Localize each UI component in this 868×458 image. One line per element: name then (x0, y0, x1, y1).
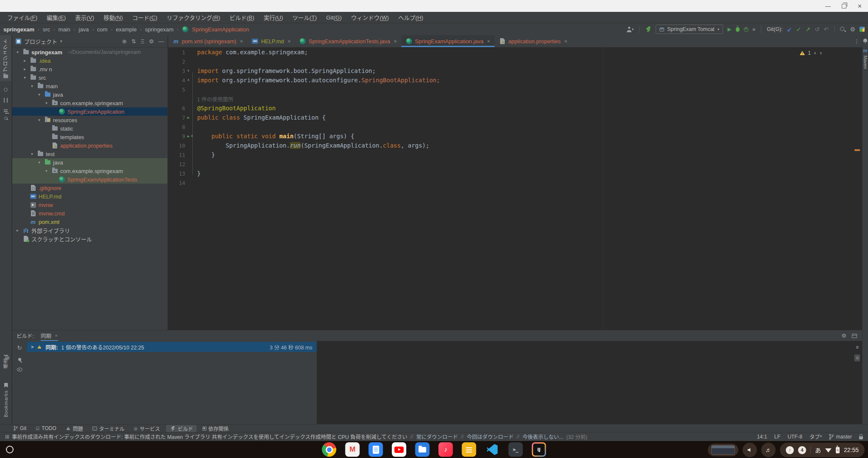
code-line-10[interactable]: 10 SpringApplication.run(SpringExamAppli… (168, 141, 862, 150)
notes-app-icon[interactable] (462, 442, 476, 457)
view-options-eye-icon[interactable] (17, 368, 22, 371)
tool-window-button-依存関係[interactable]: 依存関係 (199, 425, 232, 432)
read-only-lock-icon[interactable] (859, 436, 863, 439)
run-line-icon[interactable]: ▶ (187, 134, 189, 138)
user-profile-icon[interactable]: ▾ (626, 27, 634, 32)
code-line-4[interactable]: 4∧import org.springframework.boot.autoco… (168, 75, 862, 85)
maximize-window-icon[interactable] (842, 4, 846, 8)
more-tabs-icon[interactable]: ⋮ (854, 35, 862, 47)
tool-window-button-問題[interactable]: 問題 (62, 425, 86, 432)
chevron-down-icon[interactable]: ▾ (44, 101, 49, 105)
tool-window-button-ビルド[interactable]: ビルド (166, 425, 197, 432)
tree-item-springexam[interactable]: ▾springexam~/Documents/Java/springexam (12, 48, 167, 56)
tree-item-java[interactable]: ▾java (12, 90, 167, 99)
menu-navigate[interactable]: 移動(N) (99, 12, 128, 23)
layout-settings-icon[interactable] (852, 334, 857, 338)
google-docs-app-icon[interactable] (369, 442, 383, 457)
tree-item-mv-n[interactable]: ▸.mv n (12, 65, 167, 73)
code-line-11[interactable]: 11 } (168, 150, 862, 159)
menu-file[interactable]: ファイル(F) (3, 12, 42, 23)
commit-icon[interactable] (4, 88, 8, 92)
panel-settings-gear-icon[interactable]: ⚙ (149, 38, 154, 45)
status-action-link[interactable]: 常にダウンロード (416, 433, 458, 441)
menu-window[interactable]: ウィンドウ(W) (346, 12, 393, 23)
terminal-app-icon[interactable]: >_ (509, 442, 523, 457)
code-line-5[interactable]: 5 (168, 85, 862, 94)
breadcrumb-item-java[interactable]: java (79, 26, 89, 33)
menu-refactor[interactable]: リファクタリング(R) (162, 12, 225, 23)
tree-item-com-example-springexam[interactable]: ▾com.example.springexam (12, 99, 167, 107)
fold-marker-icon[interactable]: ∧ (191, 134, 193, 138)
code-line-3[interactable]: 3∨import org.springframework.boot.Spring… (168, 66, 862, 75)
build-sync-row[interactable]: > 同期: 1 個の警告のある2022/05/10 22:25 3 分 46 秒… (27, 342, 317, 352)
tool-window-button-タ-ミナル[interactable]: >_ターミナル (89, 425, 128, 432)
profiler-button[interactable] (744, 27, 748, 32)
ime-indicator[interactable]: あ (815, 446, 821, 454)
chevron-down-icon[interactable]: ▾ (22, 75, 28, 80)
build-project-icon[interactable] (645, 26, 651, 32)
notifications-icon[interactable] (863, 39, 867, 42)
git-branch-widget[interactable]: master (829, 434, 852, 440)
music-app-icon[interactable]: ♪ (439, 442, 453, 457)
stop-button[interactable]: ■ (753, 27, 756, 32)
menu-help[interactable]: ヘルプ(H) (394, 12, 428, 23)
tree-item-springexamapplicationtests[interactable]: SpringExamApplicationTests (12, 175, 167, 184)
fold-marker-icon[interactable]: ∧ (187, 78, 189, 82)
minimize-window-icon[interactable]: — (825, 3, 831, 9)
scroll-to-end-icon[interactable]: ≡ (854, 355, 860, 361)
menu-view[interactable]: 表示(V) (70, 12, 99, 23)
hide-panel-icon[interactable]: — (159, 38, 164, 45)
pin-icon[interactable] (18, 358, 21, 361)
close-tab-icon[interactable]: ✕ (487, 39, 490, 44)
fold-marker-icon[interactable]: ∨ (187, 69, 189, 73)
breadcrumb-item-main[interactable]: main (58, 26, 70, 33)
run-configuration-select[interactable]: SpringExam Tomcat ▾ (656, 25, 723, 34)
indent-style[interactable]: タブ* (810, 433, 822, 441)
file-encoding[interactable]: UTF-8 (787, 434, 802, 440)
tree-item-スクラッチとコンソ-ル[interactable]: スクラッチとコンソール (12, 235, 167, 243)
tree-item-resources[interactable]: ▾resources (12, 116, 167, 124)
expand-all-icon[interactable]: ⇅ (131, 38, 136, 45)
gmail-app-icon[interactable]: M (345, 442, 360, 457)
tool-window-switcher-icon[interactable]: ⊞ (5, 434, 9, 440)
chevron-right-icon[interactable]: ▸ (22, 67, 28, 71)
volume-button[interactable] (743, 443, 757, 457)
editor-tab-springexamapplication-java[interactable]: SpringExamApplication.java✕ (401, 35, 495, 47)
menu-edit[interactable]: 編集(E) (42, 12, 70, 23)
breadcrumb-item-src[interactable]: src (43, 26, 50, 33)
chevron-right-icon[interactable]: ▸ (22, 59, 28, 63)
editor-tab-pom-xml-springexam[interactable]: mpom.xml (springexam)✕ (168, 35, 248, 47)
code-line-1[interactable]: 1package com.example.springexam; (168, 47, 862, 57)
close-tab-icon[interactable]: ✕ (564, 39, 568, 44)
structure-icon[interactable] (4, 109, 8, 110)
tool-window-button-todo[interactable]: ☑TODO (32, 425, 59, 432)
pull-requests-icon[interactable] (3, 98, 8, 103)
tool-window-tab-project[interactable]: プロジェクト (0, 35, 11, 81)
tree-item-mvnw[interactable]: ▶mvnw (12, 201, 167, 209)
vscode-app-icon[interactable] (485, 442, 500, 457)
status-action-link[interactable]: 今回はダウンロード (467, 433, 514, 441)
chevron-down-icon[interactable]: ▾ (36, 92, 42, 97)
tree-item-idea[interactable]: ▸.idea (12, 56, 167, 65)
chevron-down-icon[interactable]: ▾ (60, 39, 62, 43)
tree-item-test[interactable]: ▾test (12, 150, 167, 158)
collapse-all-icon[interactable]: Ξ (141, 38, 144, 45)
menu-git[interactable]: Git(G) (322, 12, 347, 23)
tree-item-templates[interactable]: templates (12, 133, 167, 141)
code-line-13[interactable]: 13} (168, 169, 862, 178)
code-line-2[interactable]: 2 (168, 57, 862, 66)
code-line-8[interactable]: 8 (168, 122, 862, 131)
ide-features-icon[interactable] (860, 27, 865, 32)
chevron-right-icon[interactable]: > (31, 344, 33, 349)
editor-tab-application-properties[interactable]: application.properties✕ (495, 35, 572, 47)
chevron-down-icon[interactable]: ▾ (15, 50, 20, 54)
window-preview-thumbnail[interactable] (708, 444, 738, 456)
git-history-icon[interactable]: ↺ (815, 26, 820, 32)
code-line-6[interactable]: 6@SpringBootApplication (168, 103, 862, 113)
chevron-down-icon[interactable]: ▾ (29, 152, 35, 156)
find-icon[interactable] (4, 117, 8, 120)
build-settings-gear-icon[interactable]: ⚙ (841, 332, 846, 339)
tree-item-外部ライブラリ[interactable]: ▸外部ライブラリ (12, 226, 167, 235)
soft-wrap-icon[interactable]: ≡ (856, 344, 859, 350)
menu-run[interactable]: 実行(U) (259, 12, 288, 23)
